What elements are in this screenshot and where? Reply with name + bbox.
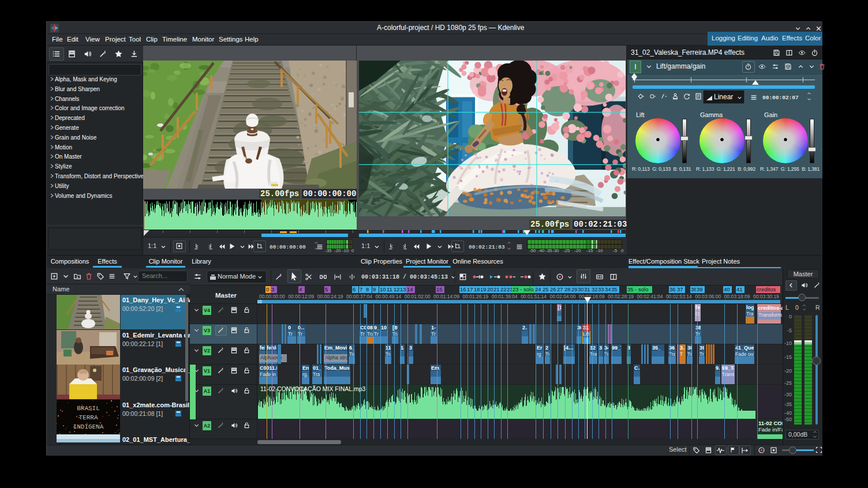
svg-text:BRASIL: BRASIL <box>77 405 100 412</box>
svg-text:TERRA: TERRA <box>78 414 98 421</box>
svg-text:INDÍGENA: INDÍGENA <box>73 423 104 430</box>
